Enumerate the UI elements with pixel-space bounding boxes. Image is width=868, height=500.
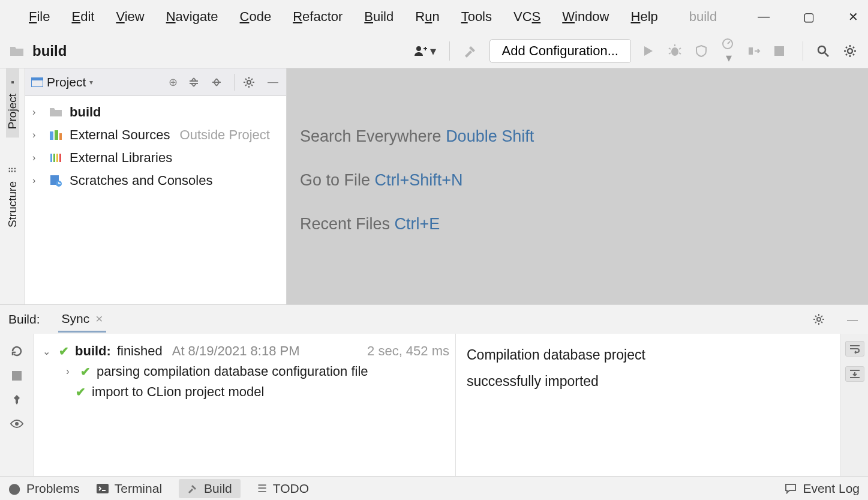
warning-icon: ⬤ — [8, 482, 20, 495]
menu-refactor[interactable]: Refactor — [293, 9, 343, 25]
panel-gear-icon[interactable] — [243, 76, 257, 88]
menu-window[interactable]: Window — [562, 9, 609, 25]
avatar-dropdown[interactable]: ▾ — [413, 44, 436, 58]
svg-point-13 — [247, 80, 251, 84]
build-label: Build: — [8, 312, 40, 327]
hide-build-icon[interactable]: — — [845, 313, 860, 326]
rerun-icon[interactable] — [10, 345, 23, 358]
status-problems[interactable]: ⬤ Problems — [8, 481, 80, 496]
chevron-right-icon[interactable]: › — [61, 366, 74, 377]
hammer-icon — [187, 483, 198, 494]
hint-goto-file: Go to File Ctrl+Shift+N — [300, 171, 868, 190]
hide-panel-icon[interactable]: — — [266, 76, 280, 88]
svg-rect-18 — [53, 154, 55, 162]
stop-build-icon[interactable] — [12, 371, 22, 381]
menu-run[interactable]: Run — [415, 9, 439, 25]
build-tab-sync[interactable]: Sync × — [58, 307, 107, 333]
window-maximize-icon[interactable]: ▢ — [803, 10, 815, 24]
menu-edit[interactable]: Edit — [71, 9, 94, 25]
locate-icon[interactable]: ⊕ — [166, 76, 180, 89]
expand-all-icon[interactable] — [188, 77, 203, 88]
build-tool-window: Build: Sync × — ⌄ ✔ build: finished At 8… — [0, 304, 868, 476]
breadcrumb[interactable]: build — [32, 43, 67, 59]
project-panel-header: Project▾ ⊕ — — [25, 68, 286, 96]
status-terminal[interactable]: Terminal — [97, 481, 162, 496]
svg-rect-24 — [12, 371, 22, 381]
chevron-down-icon[interactable]: ⌄ — [40, 346, 53, 357]
tool-tab-structure[interactable]: Structure ⠿ — [6, 155, 19, 236]
build-event-tree[interactable]: ⌄ ✔ build: finished At 8/19/2021 8:18 PM… — [34, 334, 456, 476]
tree-item-scratches[interactable]: › Scratches and Consoles — [25, 169, 286, 192]
svg-point-9 — [818, 46, 825, 53]
window-name: build — [689, 9, 717, 25]
project-tool-window: Project▾ ⊕ — › build › — [25, 68, 287, 304]
left-tool-gutter: Project ▪ Structure ⠿ — [0, 68, 25, 304]
svg-rect-20 — [59, 154, 61, 162]
tree-item-external-sources[interactable]: › External Sources Outside Project — [25, 124, 286, 146]
menu-file[interactable]: File — [29, 9, 50, 25]
svg-rect-26 — [97, 484, 109, 493]
navigation-toolbar: build ▾ Add Configuration... ▾ — [0, 34, 868, 68]
editor-empty-state: Search Everywhere Double Shift Go to Fil… — [287, 68, 868, 304]
svg-point-23 — [817, 318, 821, 321]
menu-navigate[interactable]: Navigate — [166, 9, 218, 25]
menu-vcs[interactable]: VCS — [513, 9, 540, 25]
add-configuration-button[interactable]: Add Configuration... — [489, 39, 631, 63]
svg-rect-14 — [50, 131, 53, 140]
project-tree[interactable]: › build › External Sources Outside Proje… — [25, 96, 286, 197]
status-event-log[interactable]: Event Log — [785, 481, 860, 496]
list-icon: ☰ — [257, 482, 267, 495]
collapse-all-icon[interactable] — [211, 77, 226, 88]
svg-rect-16 — [59, 133, 62, 140]
window-close-icon[interactable]: ✕ — [848, 10, 858, 24]
build-right-toolbar — [840, 334, 868, 476]
attach-icon[interactable] — [747, 44, 763, 58]
chevron-right-icon[interactable]: › — [32, 175, 43, 186]
status-bar: ⬤ Problems Terminal Build ☰ TODO Event L… — [0, 476, 868, 500]
build-child-row[interactable]: ✔ import to CLion project model — [40, 382, 449, 402]
chevron-right-icon[interactable]: › — [32, 130, 43, 140]
build-child-row[interactable]: › ✔ parsing compilation database configu… — [40, 361, 449, 382]
run-icon[interactable] — [642, 45, 657, 57]
build-gear-icon[interactable] — [813, 313, 827, 325]
folder-icon: ▪ — [7, 80, 17, 84]
chevron-right-icon[interactable]: › — [32, 107, 43, 118]
pin-icon[interactable] — [11, 394, 23, 406]
tool-tab-project[interactable]: Project ▪ — [6, 68, 19, 137]
svg-rect-19 — [56, 154, 58, 162]
chat-icon — [785, 483, 797, 494]
window-minimize-icon[interactable]: — — [758, 10, 770, 24]
debug-icon[interactable] — [668, 44, 684, 58]
coverage-icon[interactable] — [695, 44, 710, 58]
menu-code[interactable]: Code — [240, 9, 272, 25]
chevron-right-icon[interactable]: › — [32, 152, 43, 163]
search-icon[interactable] — [816, 44, 832, 58]
svg-rect-7 — [749, 47, 753, 55]
menu-build[interactable]: Build — [364, 9, 394, 25]
check-icon: ✔ — [76, 385, 86, 399]
menu-help[interactable]: Help — [631, 9, 658, 25]
close-icon[interactable]: × — [95, 312, 103, 326]
ext-sources-icon — [49, 130, 64, 140]
status-build[interactable]: Build — [179, 479, 241, 498]
svg-rect-17 — [50, 154, 52, 162]
scroll-to-end-icon[interactable] — [845, 366, 864, 382]
build-side-toolbar — [0, 334, 34, 476]
status-todo[interactable]: ☰ TODO — [257, 481, 309, 496]
hint-recent-files: Recent Files Ctrl+E — [300, 215, 868, 233]
profile-icon[interactable]: ▾ — [721, 37, 737, 65]
scratches-icon — [49, 175, 64, 187]
stop-icon[interactable] — [774, 46, 789, 56]
build-output[interactable]: Compilation database project successfull… — [456, 334, 840, 476]
project-view-selector[interactable]: Project▾ — [31, 75, 93, 89]
menu-tools[interactable]: Tools — [461, 9, 492, 25]
build-root-row[interactable]: ⌄ ✔ build: finished At 8/19/2021 8:18 PM… — [40, 341, 449, 361]
eye-icon[interactable] — [10, 419, 24, 429]
hammer-icon[interactable] — [463, 44, 479, 58]
settings-gear-icon[interactable] — [843, 44, 858, 58]
menu-view[interactable]: View — [116, 9, 144, 25]
svg-rect-15 — [55, 130, 58, 140]
soft-wrap-icon[interactable] — [845, 341, 864, 357]
tree-item-build[interactable]: › build — [25, 101, 286, 124]
tree-item-external-libraries[interactable]: › External Libraries — [25, 146, 286, 169]
